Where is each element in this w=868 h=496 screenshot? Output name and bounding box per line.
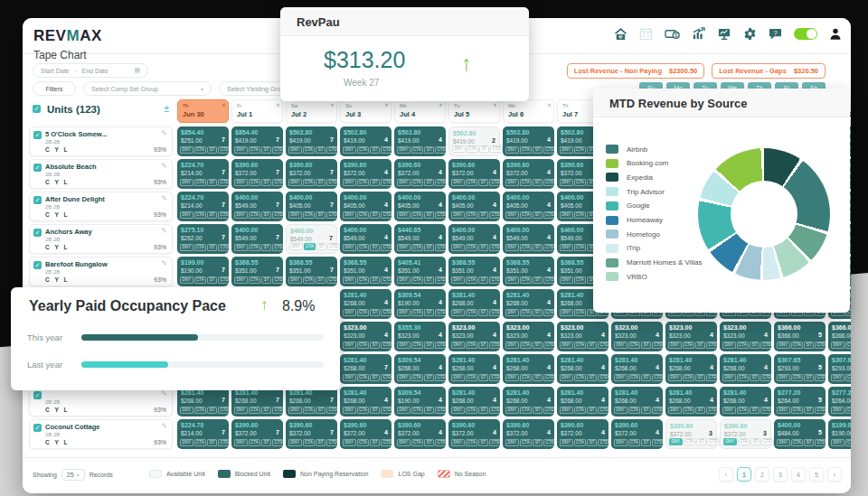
badge-dny[interactable]: DNY — [505, 439, 519, 447]
badge-ctd[interactable]: CTD — [435, 309, 448, 317]
rate-cell[interactable]: $199.00$190.007DNYCTASTCTD — [177, 257, 229, 286]
badge-dny[interactable]: DNY — [560, 374, 573, 382]
badge-st[interactable]: ST — [261, 211, 271, 220]
badge-st[interactable]: ST — [261, 179, 271, 187]
rate-cell[interactable]: $281.40$268.007DNYCTASTCTD — [231, 387, 283, 416]
rate-cell[interactable]: $405.41$351.004DNYCTASTCTD — [394, 257, 446, 286]
badge-st[interactable]: ST — [207, 407, 217, 415]
badge-cta[interactable]: CTA — [574, 309, 587, 317]
badge-st[interactable]: ST — [533, 211, 542, 220]
badge-dny[interactable]: DNY — [180, 211, 193, 220]
badge-ctd[interactable]: CTD — [381, 211, 393, 220]
unit-card[interactable]: ✓After Dune Delight✎2B 2BC Y L93% — [29, 192, 173, 221]
badge-cta[interactable]: CTA — [520, 439, 533, 447]
rate-cell[interactable]: $400.00$405.004DNYCTASTCTD — [448, 192, 500, 221]
badge-dny[interactable]: DNY — [234, 276, 248, 285]
badge-dny[interactable]: DNY — [452, 145, 466, 154]
badge-cta[interactable]: CTA — [520, 179, 533, 187]
comp-set-group-select[interactable]: Select Comp Set Group▾ — [83, 81, 212, 96]
rate-cell[interactable]: $224.70$214.007DNYCTASTCTD — [177, 419, 229, 449]
column-adjust-icon[interactable]: ± — [385, 102, 388, 108]
badge-cta[interactable]: CTA — [411, 374, 424, 382]
badge-ctd[interactable]: CTD — [435, 439, 448, 447]
badge-cta[interactable]: CTA — [357, 179, 370, 187]
badge-cta[interactable]: CTA — [684, 438, 696, 446]
rate-cell[interactable]: $390.60$372.003DNYCTASTCTD — [665, 419, 717, 449]
rate-cell[interactable]: $854.40$251.007DNYCTASTCTD — [177, 126, 229, 156]
badge-ctd[interactable]: CTD — [489, 407, 502, 415]
badge-ctd[interactable]: CTD — [543, 342, 556, 350]
badge-dny[interactable]: DNY — [289, 243, 303, 251]
badge-st[interactable]: ST — [424, 374, 434, 382]
rate-cell[interactable]: $390.60$372.004DNYCTASTCTD — [448, 159, 500, 189]
column-adjust-icon[interactable]: ± — [548, 102, 551, 108]
unit-checkbox[interactable]: ✓ — [33, 229, 42, 237]
badge-cta[interactable]: CTA — [628, 374, 641, 382]
badge-cta[interactable]: CTA — [357, 146, 370, 154]
rate-cell[interactable]: $390.60$372.004DNYCTASTCTD — [503, 159, 554, 189]
badge-dny[interactable]: DNY — [343, 309, 356, 317]
badge-cta[interactable]: CTA — [683, 374, 695, 382]
prev-page-button[interactable]: ‹ — [719, 467, 733, 482]
rate-cell[interactable]: $323.00$323.004DNYCTASTCTD — [340, 322, 392, 351]
badge-ctd[interactable]: CTD — [761, 438, 774, 446]
badge-st[interactable]: ST — [478, 309, 488, 317]
unit-card[interactable]: ✓Coconut Cottage✎2B 2BC Y L93% — [29, 419, 173, 449]
badge-ctd[interactable]: CTD — [489, 342, 502, 350]
badge-cta[interactable]: CTA — [303, 407, 316, 415]
rate-cell[interactable]: $400.00$405.004DNYCTASTCTD — [503, 192, 554, 221]
badge-st[interactable]: ST — [804, 407, 814, 415]
badge-st[interactable]: ST — [478, 276, 488, 285]
badge-cta[interactable]: CTA — [574, 342, 587, 350]
badge-dny[interactable]: DNY — [614, 342, 627, 350]
badge-st[interactable]: ST — [804, 342, 814, 350]
badge-dny[interactable]: DNY — [560, 309, 573, 317]
badge-dny[interactable]: DNY — [288, 179, 302, 187]
badge-st[interactable]: ST — [370, 179, 380, 187]
badge-cta[interactable]: CTA — [628, 342, 641, 350]
unit-card[interactable]: ✓Barefoot Bungalow✎2B 2BC Y L93% — [29, 257, 173, 286]
rate-cell[interactable]: $390.60$372.004DNYCTASTCTD — [557, 419, 609, 449]
badge-st[interactable]: ST — [370, 211, 380, 220]
rate-cell[interactable]: $323.00$323.004DNYCTASTCTD — [720, 322, 771, 351]
badge-dny[interactable]: DNY — [722, 342, 736, 350]
rate-cell[interactable]: $281.40$268.004DNYCTASTCTD — [611, 354, 663, 384]
badge-dny[interactable]: DNY — [451, 211, 465, 220]
badge-dny[interactable]: DNY — [343, 407, 356, 415]
badge-ctd[interactable]: CTD — [272, 146, 285, 154]
badge-st[interactable]: ST — [207, 211, 217, 220]
rate-cell[interactable]: $309.54$190.004DNYCTASTCTD — [394, 387, 446, 416]
badge-ctd[interactable]: CTD — [652, 342, 665, 350]
badge-dny[interactable]: DNY — [560, 211, 573, 220]
badge-cta[interactable]: CTA — [303, 439, 316, 447]
badge-ctd[interactable]: CTD — [543, 374, 556, 382]
rate-cell[interactable]: $281.40$268.007DNYCTASTCTD — [340, 354, 392, 384]
rate-cell[interactable]: $281.40$268.004DNYCTASTCTD — [665, 387, 717, 416]
badge-ctd[interactable]: CTD — [815, 342, 827, 350]
monitor-chart-icon[interactable] — [717, 27, 731, 41]
badge-cta[interactable]: CTA — [466, 211, 478, 220]
badge-cta[interactable]: CTA — [520, 309, 533, 317]
badge-cta[interactable]: CTA — [357, 211, 370, 220]
rate-cell[interactable]: $368.55$351.007DNYCTASTCTD — [231, 257, 283, 286]
badge-cta[interactable]: CTA — [249, 276, 261, 285]
rate-cell[interactable]: $400.00$549.007DNYCTASTCTD — [286, 224, 337, 254]
badge-dny[interactable]: DNY — [560, 439, 573, 447]
badge-cta[interactable]: CTA — [791, 374, 804, 382]
badge-st[interactable]: ST — [424, 276, 434, 285]
badge-ctd[interactable]: CTD — [326, 146, 339, 154]
badge-cta[interactable]: CTA — [411, 439, 424, 447]
rate-cell[interactable]: $400.00$549.007DNYCTASTCTD — [231, 192, 283, 221]
rate-cell[interactable]: $281.40$268.004DNYCTASTCTD — [340, 289, 392, 319]
badge-cta[interactable]: CTA — [411, 276, 424, 285]
badge-cta[interactable]: CTA — [411, 342, 424, 350]
badge-ctd[interactable]: CTD — [706, 342, 719, 350]
badge-st[interactable]: ST — [695, 342, 705, 350]
badge-dny[interactable]: DNY — [397, 342, 410, 350]
badge-ctd[interactable]: CTD — [326, 211, 339, 220]
badge-st[interactable]: ST — [207, 146, 217, 154]
rate-cell[interactable]: $281.40$268.004DNYCTASTCTD — [503, 354, 554, 384]
badge-st[interactable]: ST — [533, 309, 542, 317]
unit-card[interactable]: ✓Absolute Beach✎2B 2BC Y L93% — [29, 159, 173, 189]
badge-st[interactable]: ST — [641, 439, 651, 447]
